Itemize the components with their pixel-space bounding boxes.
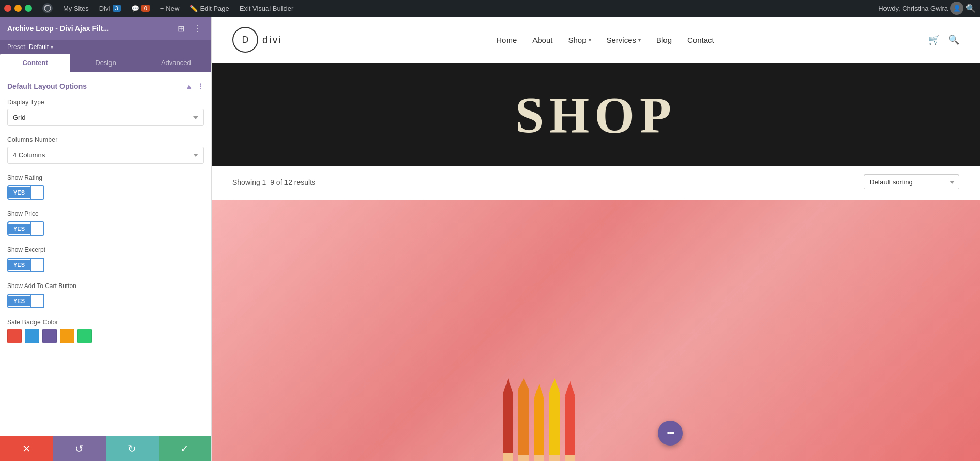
toggle-yes-excerpt: YES [8,260,30,270]
cancel-button[interactable]: ✕ [0,436,53,461]
show-rating-label: Show Rating [7,174,204,181]
panel-menu-icon[interactable]: ⋮ [191,22,204,35]
window-controls [4,5,32,12]
svg-rect-10 [549,391,560,461]
color-swatch-blue[interactable] [25,329,39,343]
svg-rect-3 [503,453,513,461]
product-area: ••• [212,200,980,461]
exit-visual-builder-item[interactable]: Exit Visual Builder [235,0,298,17]
logo-d: D [242,35,249,45]
toggle-yes-cart: YES [8,296,30,306]
save-icon: ✓ [180,442,189,455]
cart-icon[interactable]: 🛒 [928,34,940,45]
svg-rect-12 [549,455,560,461]
divi-new-badge: 3 [113,5,121,12]
preset-label: Preset: [7,43,27,51]
sort-select[interactable]: Default sorting Sort by popularity Sort … [864,174,959,189]
fab-dots-icon: ••• [667,428,674,439]
color-swatch-purple[interactable] [42,329,57,343]
color-swatch-red[interactable] [7,329,22,343]
preset-value[interactable]: Default [29,43,49,51]
color-swatch-orange[interactable] [60,329,74,343]
section-title-text: Default Layout Options [7,82,87,90]
show-rating-toggle[interactable]: YES [7,185,44,200]
section-title-icons: ▲ ⋮ [185,82,204,90]
preset-caret-icon: ▾ [51,44,53,50]
toggle-thumb [30,186,43,199]
show-rating-toggle-row: Show Rating YES [7,174,204,200]
minimize-window-btn[interactable] [14,5,22,12]
redo-button[interactable]: ↻ [106,436,159,461]
panel-expand-icon[interactable]: ⊞ [174,22,187,35]
svg-marker-5 [518,378,529,389]
admin-bar-right: Howdy, Christina Gwira 👤 🔍 [878,2,976,15]
maximize-window-btn[interactable] [25,5,32,12]
collapse-section-icon[interactable]: ▲ [185,82,193,90]
nav-shop[interactable]: Shop ▾ [568,36,591,44]
panel-title: Archive Loop - Divi Ajax Filt... [7,24,109,33]
show-price-toggle[interactable]: YES [7,221,44,236]
services-caret-icon: ▾ [638,37,641,43]
svg-marker-8 [534,384,544,399]
toggle-yes-label: YES [8,187,30,198]
tab-advanced[interactable]: Advanced [141,54,211,72]
svg-marker-11 [549,378,560,391]
show-rating-toggle-container: YES [7,185,204,200]
toggle-thumb-price [30,222,43,235]
wp-icon-item[interactable] [38,0,57,17]
divi-item[interactable]: Divi 3 [95,0,125,17]
show-excerpt-label: Show Excerpt [7,246,204,253]
nav-contact[interactable]: Contact [687,36,714,44]
search-icon[interactable]: 🔍 [966,4,976,13]
color-swatch-green[interactable] [77,329,92,343]
show-add-to-cart-toggle-container: YES [7,294,204,308]
section-menu-icon[interactable]: ⋮ [197,82,204,90]
user-avatar[interactable]: 👤 [950,2,963,15]
svg-rect-7 [534,399,544,461]
howdy-text: Howdy, Christina Gwira [878,5,948,12]
fab-button[interactable]: ••• [658,421,683,446]
show-price-label: Show Price [7,210,204,217]
shop-title: SHOP [515,85,676,145]
cancel-icon: ✕ [22,442,31,455]
comments-icon: 💬 [131,5,139,12]
exit-builder-label: Exit Visual Builder [240,5,294,12]
pencils-illustration [493,378,699,461]
display-type-select[interactable]: Grid List Masonry [7,109,204,126]
columns-number-select[interactable]: 1 Column 2 Columns 3 Columns 4 Columns 5… [7,147,204,164]
display-type-label: Display Type [7,99,204,106]
show-add-to-cart-toggle[interactable]: YES [7,294,44,308]
comments-item[interactable]: 💬 0 [127,0,154,17]
sale-badge-color-field: Sale Badge Color [7,319,204,343]
nav-services[interactable]: Services ▾ [607,36,641,44]
panel-tabs: Content Design Advanced [0,54,211,72]
bottom-toolbar: ✕ ↺ ↻ ✓ [0,436,211,461]
show-add-to-cart-label: Show Add To Cart Button [7,282,204,290]
display-type-field: Display Type Grid List Masonry [7,99,204,126]
shop-header: SHOP [212,63,980,166]
main-layout: Archive Loop - Divi Ajax Filt... ⊞ ⋮ Pre… [0,17,980,461]
show-add-to-cart-toggle-row: Show Add To Cart Button YES [7,282,204,308]
svg-rect-4 [518,389,529,461]
close-window-btn[interactable] [4,5,11,12]
tab-content[interactable]: Content [0,54,70,72]
nav-home[interactable]: Home [496,36,517,44]
edit-page-item[interactable]: ✏️ Edit Page [185,0,233,17]
nav-about[interactable]: About [532,36,552,44]
my-sites-item[interactable]: My Sites [59,0,93,17]
tab-design[interactable]: Design [70,54,140,72]
columns-number-label: Columns Number [7,136,204,144]
right-panel: D divi Home About Shop ▾ Services ▾ Blog… [212,17,980,461]
nav-icons: 🛒 🔍 [928,34,959,45]
save-button[interactable]: ✓ [159,436,211,461]
undo-button[interactable]: ↺ [53,436,105,461]
new-item[interactable]: + New [156,0,184,17]
shop-caret-icon: ▾ [589,37,591,43]
toggle-yes-price: YES [8,224,30,234]
svg-rect-15 [565,455,575,461]
show-excerpt-toggle[interactable]: YES [7,258,44,272]
nav-blog[interactable]: Blog [656,36,672,44]
admin-bar: My Sites Divi 3 💬 0 + New ✏️ Edit Page E… [0,0,980,17]
color-swatches [7,329,204,343]
nav-search-icon[interactable]: 🔍 [948,34,959,45]
